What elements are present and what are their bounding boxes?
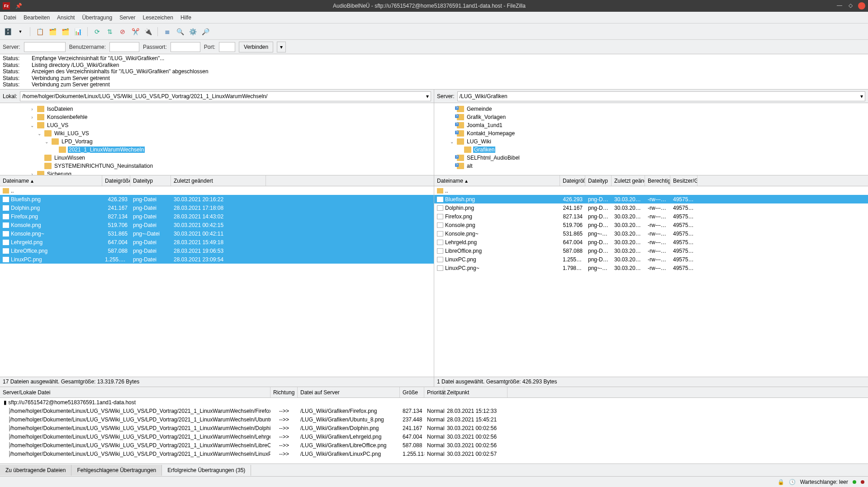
- menu-hilfe[interactable]: Hilfe: [180, 14, 191, 21]
- col-modified[interactable]: Zuletzt geände: [612, 175, 645, 186]
- dropdown-icon[interactable]: ▼: [15, 27, 25, 37]
- queue-tab[interactable]: Fehlgeschlagene Übertragungen: [71, 465, 162, 476]
- clock-icon[interactable]: 🕓: [789, 479, 796, 485]
- process-queue-icon[interactable]: ⇅: [105, 27, 115, 37]
- file-row[interactable]: Dolphin.png241.167png-Datei28.03.2021 17…: [0, 203, 434, 212]
- col-remote-file[interactable]: Datei auf Server: [298, 387, 400, 397]
- remote-path-combo[interactable]: /LUG_Wiki/Grafiken ▾: [457, 91, 865, 101]
- toggle-remote-tree-icon[interactable]: 🗂️: [60, 27, 70, 37]
- local-tree[interactable]: ›IsoDateien›Konsolenbefehle⌄LUG_VS⌄Wiki_…: [0, 103, 434, 175]
- file-row[interactable]: Firefox.png827.134png-Datei28.03.2021 14…: [0, 212, 434, 221]
- menu-lesezeichen[interactable]: Lesezeichen: [142, 14, 173, 21]
- server-input[interactable]: [24, 42, 66, 52]
- cancel-icon[interactable]: ⊘: [118, 27, 128, 37]
- file-row[interactable]: Firefox.png827.134png-Datei30.03.2021 ..…: [434, 212, 868, 221]
- tree-item[interactable]: ›IsoDateien: [0, 105, 434, 113]
- tree-item[interactable]: Joomla_1und1: [434, 121, 868, 129]
- maximize-button[interactable]: ◇: [847, 2, 854, 9]
- tree-item[interactable]: ›Konsolenbefehle: [0, 113, 434, 121]
- queue-server-row[interactable]: ▮ sftp://u76515472@home518376591.1and1-d…: [0, 398, 868, 407]
- tree-item[interactable]: Kontakt_Homepage: [434, 129, 868, 137]
- toggle-queue-icon[interactable]: 📊: [73, 27, 83, 37]
- tree-item[interactable]: SYSTEMEINRICHTUNG_Neuinstallation: [0, 162, 434, 170]
- menu-bearbeiten[interactable]: Bearbeiten: [24, 14, 50, 21]
- menu-ansicht[interactable]: Ansicht: [57, 14, 75, 21]
- col-size[interactable]: Größe: [400, 387, 424, 397]
- connect-history-dropdown[interactable]: ▾: [277, 42, 286, 52]
- col-type[interactable]: Dateityp: [585, 175, 612, 186]
- queue-body[interactable]: ▮ sftp://u76515472@home518376591.1and1-d…: [0, 398, 868, 463]
- queue-row[interactable]: /home/holger/Dokumente/Linux/LUG_VS/Wiki…: [0, 424, 868, 432]
- col-name[interactable]: Dateiname ▴: [0, 175, 102, 186]
- file-row[interactable]: Lehrgeld.png647.004png-Datei28.03.2021 1…: [0, 238, 434, 246]
- remote-file-list[interactable]: ..Bluefish.png426.293png-Datei30.03.2021…: [434, 186, 868, 377]
- disconnect-icon[interactable]: ✂️: [130, 27, 140, 37]
- file-row[interactable]: Konsole.png~531.865png~-Datei30.03.2021 …: [0, 229, 434, 238]
- file-row[interactable]: LinuxPC.png~1.798.731png~-Datei30.03.202…: [434, 264, 868, 272]
- sync-browse-icon[interactable]: ⚙️: [188, 27, 198, 37]
- pin-icon[interactable]: 📌: [15, 3, 22, 9]
- col-local-file[interactable]: Server/Lokale Datei: [0, 387, 270, 397]
- file-row[interactable]: Konsole.png519.706png-Datei30.03.2021 ..…: [434, 221, 868, 229]
- message-log[interactable]: Status:Empfange Verzeichnisinhalt für "/…: [0, 54, 868, 90]
- site-manager-icon[interactable]: 🗄️: [3, 27, 13, 37]
- toggle-local-tree-icon[interactable]: 🗂️: [47, 27, 57, 37]
- refresh-icon[interactable]: ⟳: [92, 27, 102, 37]
- col-name[interactable]: Dateiname ▴: [434, 175, 560, 186]
- col-size[interactable]: Dateigröße: [102, 175, 130, 186]
- tree-item[interactable]: ›Sicherung: [0, 170, 434, 175]
- reconnect-icon[interactable]: 🔌: [143, 27, 153, 37]
- tree-item[interactable]: Gemeinde: [434, 105, 868, 113]
- tree-item[interactable]: Grafiken: [434, 146, 868, 154]
- tree-item[interactable]: ⌄LPD_Vortrag: [0, 137, 434, 146]
- tree-item[interactable]: 2021_1_LinuxWarumWechseln: [0, 146, 434, 154]
- user-input[interactable]: [109, 42, 139, 52]
- file-row[interactable]: LibreOffice.png587.088png-Datei28.03.202…: [0, 246, 434, 255]
- local-path-combo[interactable]: /home/holger/Dokumente/Linux/LUG_VS/Wiki…: [20, 91, 431, 101]
- menu-übertragung[interactable]: Übertragung: [82, 14, 112, 21]
- file-row[interactable]: LibreOffice.png587.088png-Datei30.03.202…: [434, 246, 868, 255]
- minimize-button[interactable]: —: [836, 2, 843, 9]
- parent-dir[interactable]: ..: [0, 186, 434, 195]
- parent-dir[interactable]: ..: [434, 186, 868, 195]
- tree-item[interactable]: alt: [434, 162, 868, 170]
- search-icon[interactable]: 🔎: [200, 27, 210, 37]
- queue-row[interactable]: /home/holger/Dokumente/Linux/LUG_VS/Wiki…: [0, 432, 868, 441]
- queue-tab[interactable]: Erfolgreiche Übertragungen (35): [162, 465, 251, 476]
- col-time[interactable]: Zeitpunkt: [444, 387, 508, 397]
- col-direction[interactable]: Richtung: [270, 387, 298, 397]
- menu-datei[interactable]: Datei: [4, 14, 16, 21]
- file-row[interactable]: Konsole.png~531.865png~-Datei30.03.2021 …: [434, 229, 868, 238]
- queue-row[interactable]: /home/holger/Dokumente/Linux/LUG_VS/Wiki…: [0, 441, 868, 449]
- file-row[interactable]: Bluefish.png426.293png-Datei30.03.2021 2…: [0, 195, 434, 203]
- col-owner[interactable]: Besitzer/Gru: [670, 175, 697, 186]
- queue-tab[interactable]: Zu übertragende Dateien: [0, 465, 71, 476]
- tree-item[interactable]: ⌄LUG_Wiki: [434, 137, 868, 146]
- menu-server[interactable]: Server: [119, 14, 135, 21]
- tree-item[interactable]: ⌄LUG_VS: [0, 121, 434, 129]
- close-button[interactable]: [858, 2, 865, 9]
- toggle-log-icon[interactable]: 📋: [35, 27, 45, 37]
- connect-button[interactable]: Verbinden: [239, 42, 273, 52]
- tree-item[interactable]: SELFhtml_AudioBibel: [434, 154, 868, 162]
- queue-row[interactable]: /home/holger/Dokumente/Linux/LUG_VS/Wiki…: [0, 449, 868, 458]
- col-type[interactable]: Dateityp: [130, 175, 171, 186]
- file-row[interactable]: Lehrgeld.png647.004png-Datei30.03.2021 .…: [434, 238, 868, 246]
- file-row[interactable]: Konsole.png519.706png-Datei30.03.2021 00…: [0, 221, 434, 229]
- compare-icon[interactable]: 🔍: [175, 27, 185, 37]
- file-row[interactable]: Dolphin.png241.167png-Datei30.03.2021 ..…: [434, 203, 868, 212]
- local-file-list[interactable]: ..Bluefish.png426.293png-Datei30.03.2021…: [0, 186, 434, 377]
- col-permissions[interactable]: Berechtigur: [645, 175, 670, 186]
- lock-icon[interactable]: 🔒: [778, 479, 784, 485]
- tree-item[interactable]: Grafik_Vorlagen: [434, 113, 868, 121]
- remote-tree[interactable]: GemeindeGrafik_VorlagenJoomla_1und1Konta…: [434, 103, 868, 175]
- pass-input[interactable]: [171, 42, 200, 52]
- file-row[interactable]: Bluefish.png426.293png-Datei30.03.2021 .…: [434, 195, 868, 203]
- tree-item[interactable]: ⌄Wiki_LUG_VS: [0, 129, 434, 137]
- tree-item[interactable]: LinuxWissen: [0, 154, 434, 162]
- col-priority[interactable]: Priorität: [424, 387, 444, 397]
- filter-icon[interactable]: ≣: [162, 27, 172, 37]
- col-size[interactable]: Dateigröße: [560, 175, 585, 186]
- file-row[interactable]: LinuxPC.png1.255.118png-Datei28.03.2021 …: [0, 255, 434, 264]
- file-row[interactable]: LinuxPC.png1.255.118png-Datei30.03.2021 …: [434, 255, 868, 264]
